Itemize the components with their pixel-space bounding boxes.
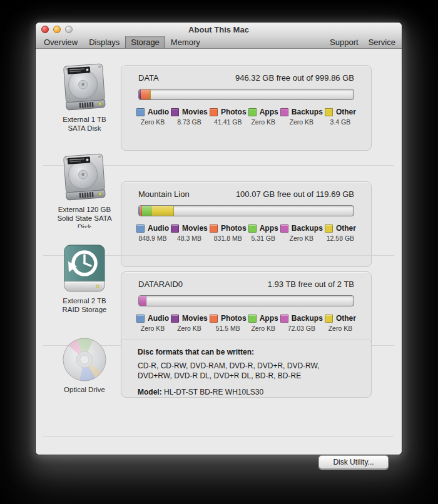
tab-overview[interactable]: Overview [38, 36, 83, 48]
tab-displays[interactable]: Displays [83, 36, 125, 48]
bar-segment-apps [142, 206, 151, 216]
legend-item: Photos 41.41 GB [210, 108, 247, 126]
legend-item: Apps 5.31 GB [248, 224, 278, 242]
bar-segment-other [151, 206, 174, 216]
usage-legend: Audio 848.9 MB Movies 48.3 MB Photos 831… [136, 224, 356, 242]
drive-caption: External 120 GB Solid State SATA Disk [39, 205, 130, 228]
legend-item: Other 12.58 GB [325, 224, 356, 242]
legend-swatch-photos [210, 315, 218, 323]
zoom-button-disabled [65, 26, 73, 33]
legend-swatch-backups [280, 315, 288, 323]
legend-swatch-other [325, 108, 333, 116]
window-title: About This Mac [36, 25, 402, 34]
volume-info-box: DATA 946.32 GB free out of 999.86 GB Aud… [121, 65, 372, 151]
model-label: Model: [138, 388, 162, 396]
free-space-text: 946.32 GB free out of 999.86 GB [235, 73, 354, 83]
legend-value: Zero KB [280, 234, 323, 242]
usage-bar [138, 205, 354, 216]
optical-info-box: Disc formats that can be written: CD-R, … [121, 339, 372, 398]
usage-bar [138, 89, 354, 100]
legend-swatch-other [325, 315, 333, 323]
support-link[interactable]: Support [330, 38, 359, 47]
legend-item: Other Zero KB [325, 314, 356, 332]
legend-value: Zero KB [136, 118, 169, 126]
legend-swatch-movies [171, 224, 179, 233]
legend-item: Apps Zero KB [248, 314, 278, 332]
legend-swatch-apps [248, 315, 257, 323]
legend-swatch-backups [280, 224, 288, 233]
usage-bar [138, 295, 354, 306]
drive-caption: Optical Drive [39, 385, 130, 394]
minimize-button[interactable] [53, 26, 61, 33]
bar-segment-backups [139, 296, 146, 306]
storage-panel: External 1 TB SATA Disk DATA 946.32 GB f… [36, 49, 402, 455]
legend-swatch-audio [136, 224, 145, 233]
legend-item: Audio 848.9 MB [136, 224, 169, 242]
volume-name: DATA [138, 73, 159, 83]
legend-item: Apps Zero KB [248, 108, 278, 126]
legend-value: 8.73 GB [171, 118, 208, 126]
legend-item: Movies 8.73 GB [171, 108, 208, 126]
legend-value: 41.41 GB [210, 118, 247, 126]
legend-swatch-movies [171, 315, 179, 323]
toolbar: Overview Displays Storage Memory Support… [36, 36, 402, 49]
legend-item: Other 3.4 GB [325, 108, 356, 126]
time-machine-drive-icon [59, 244, 109, 294]
drive-caption: External 1 TB SATA Disk [39, 115, 130, 133]
legend-item: Photos 51.5 MB [210, 314, 247, 332]
legend-swatch-movies [171, 108, 179, 116]
drive-icon-column: External 120 GB Solid State SATA Disk [39, 153, 130, 228]
usage-legend: Audio Zero KB Movies Zero KB Photos 51.5… [136, 314, 356, 332]
legend-item: Photos 831.8 MB [210, 224, 247, 242]
legend-swatch-audio [136, 108, 145, 116]
about-this-mac-window: About This Mac Overview Displays Storage… [36, 23, 402, 455]
disc-formats-list: CD-R, CD-RW, DVD-RAM, DVD-R, DVD+R, DVD-… [138, 361, 355, 381]
legend-swatch-audio [136, 315, 145, 323]
bar-segment-other [150, 89, 150, 99]
drive-icon-column: External 2 TB RAID Storage [39, 244, 130, 314]
bar-segment-photos [141, 89, 150, 99]
toolbar-right: Support Service [330, 36, 402, 48]
legend-swatch-other [325, 224, 333, 233]
toolbar-tabs: Overview Displays Storage Memory [36, 36, 206, 48]
model-value: HL-DT-ST BD-RE WH10LS30 [164, 388, 263, 396]
free-space-text: 100.07 GB free out of 119.69 GB [236, 189, 354, 199]
hard-disk-icon [59, 153, 109, 203]
legend-swatch-backups [280, 108, 288, 116]
legend-item: Audio Zero KB [136, 314, 169, 332]
disk-utility-button[interactable]: Disk Utility... [318, 455, 389, 469]
section-divider [43, 436, 394, 437]
legend-value: Zero KB [280, 118, 323, 126]
legend-item: Backups Zero KB [280, 224, 323, 242]
legend-item: Movies 48.3 MB [171, 224, 208, 242]
legend-item: Backups Zero KB [280, 108, 323, 126]
optical-drive-section: Optical Drive Disc formats that can be w… [36, 331, 402, 425]
close-button[interactable] [41, 26, 49, 33]
usage-legend: Audio Zero KB Movies 8.73 GB Photos 41.4… [136, 108, 356, 126]
disc-formats-heading: Disc formats that can be written: [138, 348, 355, 356]
legend-item: Movies Zero KB [171, 314, 208, 332]
legend-item: Audio Zero KB [136, 108, 169, 126]
service-link[interactable]: Service [369, 38, 395, 47]
legend-value: 5.31 GB [248, 234, 278, 242]
title-bar[interactable]: About This Mac [36, 23, 402, 36]
optical-disc-icon [61, 336, 108, 383]
tab-storage[interactable]: Storage [125, 36, 165, 48]
traffic-lights [41, 26, 73, 33]
legend-value: 831.8 MB [210, 234, 247, 242]
free-space-text: 1.93 TB free out of 2 TB [268, 280, 354, 289]
legend-value: 3.4 GB [325, 118, 356, 126]
drive-caption: External 2 TB RAID Storage [39, 296, 130, 314]
legend-value: Zero KB [248, 118, 278, 126]
legend-swatch-photos [210, 108, 218, 116]
tab-memory[interactable]: Memory [165, 36, 206, 48]
legend-swatch-apps [248, 108, 257, 116]
legend-swatch-photos [210, 224, 218, 233]
legend-value: 848.9 MB [136, 234, 169, 242]
volume-name: Mountain Lion [138, 189, 190, 199]
legend-value: 48.3 MB [171, 234, 208, 242]
legend-value: 12.58 GB [325, 234, 356, 242]
legend-swatch-apps [248, 224, 257, 233]
legend-item: Backups 72.03 GB [280, 314, 323, 332]
drive-icon-column: External 1 TB SATA Disk [39, 63, 130, 133]
